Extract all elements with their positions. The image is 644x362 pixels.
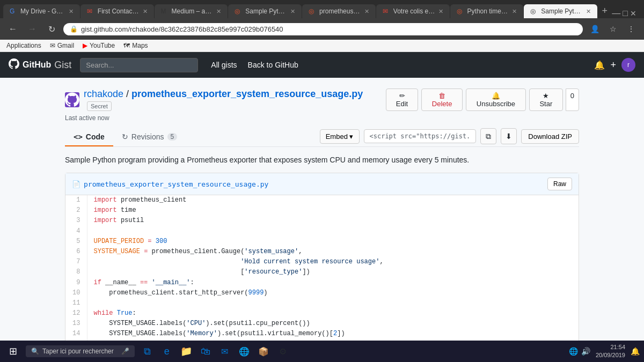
- volume-icon[interactable]: 🔊: [581, 347, 590, 356]
- embed-script-text[interactable]: <script src="https://gist.: [364, 129, 477, 143]
- line-code: [87, 298, 579, 308]
- code-tab-icon: <>: [74, 132, 83, 141]
- taskbar-chrome[interactable]: 🌐: [236, 343, 253, 360]
- edit-button[interactable]: ✏ Edit: [386, 88, 419, 111]
- taskbar-task-view[interactable]: ⧉: [139, 343, 156, 360]
- line-number: 11: [65, 298, 87, 308]
- tab-medium[interactable]: M Medium – a place ✕: [155, 4, 228, 18]
- delete-button[interactable]: 🗑 Delete: [421, 88, 463, 111]
- tab-actions: Embed ▾ <script src="https://gist. ⧉ ⬇ D…: [320, 128, 579, 146]
- line-number: 4: [65, 226, 87, 237]
- raw-button[interactable]: Raw: [547, 178, 572, 190]
- tab-favicon-prometheus-2: ◎: [309, 8, 316, 15]
- taskbar-mail[interactable]: ✉: [216, 343, 233, 360]
- tab-close-btn[interactable]: ✕: [586, 8, 591, 15]
- owner-avatar[interactable]: [65, 92, 79, 107]
- tab-revisions[interactable]: ↻ Revisions 5: [113, 128, 186, 146]
- bookmark-gmail[interactable]: ✉ Gmail: [50, 42, 74, 49]
- taskbar-app-7[interactable]: ⚙: [274, 343, 291, 360]
- download-icon-button[interactable]: ⬇: [501, 128, 517, 144]
- add-icon[interactable]: +: [610, 60, 616, 71]
- tab-sample-python-1[interactable]: ◎ Sample Python pr ✕: [228, 4, 302, 18]
- network-icon[interactable]: 🌐: [569, 347, 578, 356]
- tab-close-btn[interactable]: ✕: [216, 8, 221, 15]
- download-zip-button[interactable]: Download ZIP: [521, 129, 579, 144]
- tab-prometheus-client[interactable]: ◎ prometheus/clien ✕: [302, 4, 376, 18]
- more-button[interactable]: ⋮: [624, 21, 639, 36]
- taskbar: ⊞ 🔍 Taper ici pour rechercher 🎤 ⧉ e 📁 🛍 …: [0, 341, 644, 362]
- notifications-icon[interactable]: 🔔: [594, 60, 605, 70]
- filename-link[interactable]: prometheus_exporter_system_resource_usag…: [131, 88, 363, 99]
- revisions-count-badge: 5: [167, 133, 178, 141]
- gist-title-row: rchakode / prometheus_exporter_system_re…: [65, 88, 579, 111]
- tab-sample-python-active[interactable]: ◎ Sample Python pr ✕: [524, 4, 597, 18]
- close-browser-button[interactable]: ✕: [630, 9, 636, 18]
- back-button[interactable]: ←: [5, 21, 20, 36]
- line-number: 8: [65, 267, 87, 277]
- app-7-icon: ⚙: [279, 346, 287, 357]
- github-search-input[interactable]: [80, 58, 198, 72]
- taskbar-app-6[interactable]: 📦: [255, 343, 272, 360]
- tab-label: First Contact with: [98, 8, 140, 15]
- new-tab-button[interactable]: +: [598, 3, 611, 18]
- tab-python-time-sleep[interactable]: ◎ Python time sleep ✕: [450, 4, 524, 18]
- line-number: 1: [65, 195, 87, 205]
- user-avatar-header[interactable]: r: [621, 58, 635, 72]
- tab-close-btn[interactable]: ✕: [290, 8, 295, 15]
- restore-button[interactable]: □: [623, 9, 628, 18]
- address-text: gist.github.com/rchakode/8c362c23876b82c…: [81, 25, 283, 33]
- unsubscribe-button[interactable]: 🔔 Unsubscribe: [466, 88, 526, 111]
- gist-title: rchakode / prometheus_exporter_system_re…: [84, 88, 382, 111]
- forward-button[interactable]: →: [25, 21, 40, 36]
- all-gists-link[interactable]: All gists: [211, 61, 237, 69]
- back-to-github-link[interactable]: Back to GitHub: [248, 61, 298, 69]
- tab-label: Python time sleep: [467, 8, 509, 15]
- nav-bar: ← → ↻ 🔒 gist.github.com/rchakode/8c362c2…: [0, 18, 644, 40]
- tab-my-drive[interactable]: G My Drive - Google ✕: [3, 4, 80, 18]
- star-button[interactable]: ★ Star: [529, 88, 563, 111]
- notifications-taskbar-icon[interactable]: 🔔: [631, 347, 640, 356]
- tab-close-btn[interactable]: ✕: [69, 8, 74, 15]
- line-number: 3: [65, 216, 87, 226]
- bookmark-applications[interactable]: Applications: [6, 42, 41, 49]
- tab-favicon-gmail: ✉: [87, 8, 94, 15]
- tab-code[interactable]: <> Code: [65, 128, 113, 146]
- tab-favicon-email: ✉: [383, 8, 390, 15]
- reload-button[interactable]: ↻: [44, 21, 59, 36]
- address-bar[interactable]: 🔒 gist.github.com/rchakode/8c362c23876b8…: [63, 23, 583, 35]
- microphone-icon[interactable]: 🎤: [121, 348, 129, 355]
- tab-label: Sample Python pr: [245, 8, 287, 15]
- line-number: 2: [65, 205, 87, 216]
- bookmark-maps[interactable]: 🗺 Maps: [123, 42, 148, 49]
- bookmark-youtube[interactable]: ▶ YouTube: [83, 42, 115, 49]
- line-code: while True:: [87, 308, 579, 319]
- code-file: 📄 prometheus_exporter_system_resource_us…: [65, 173, 579, 350]
- line-number: 7: [65, 257, 87, 267]
- tab-close-btn[interactable]: ✕: [143, 8, 148, 15]
- chrome-icon: 🌐: [239, 346, 250, 357]
- start-button[interactable]: ⊞: [4, 343, 21, 360]
- tab-votre-colis[interactable]: ✉ Votre colis est pré ✕: [376, 4, 450, 18]
- copy-icon-button[interactable]: ⧉: [480, 128, 496, 144]
- taskbar-clock[interactable]: 21:54 20/09/2019: [596, 343, 625, 360]
- taskbar-search[interactable]: 🔍 Taper ici pour rechercher 🎤: [26, 345, 135, 357]
- bookmark-button[interactable]: ☆: [605, 21, 620, 36]
- tab-first-contact[interactable]: ✉ First Contact with ✕: [80, 4, 154, 18]
- profile-button[interactable]: 👤: [587, 21, 602, 36]
- code-filename: 📄 prometheus_exporter_system_resource_us…: [72, 180, 268, 188]
- edge-icon: e: [164, 346, 170, 357]
- tab-close-btn[interactable]: ✕: [364, 8, 369, 15]
- taskbar-edge[interactable]: e: [158, 343, 175, 360]
- app-6-icon: 📦: [258, 346, 269, 357]
- owner-link[interactable]: rchakode: [84, 88, 123, 99]
- table-row: 10 prometheus_client.start_http_server(9…: [65, 288, 579, 298]
- embed-button[interactable]: Embed ▾: [320, 129, 360, 144]
- taskbar-file-explorer[interactable]: 📁: [178, 343, 195, 360]
- tab-close-btn[interactable]: ✕: [438, 8, 443, 15]
- github-logo[interactable]: GitHub Gist: [9, 58, 71, 72]
- tab-close-btn[interactable]: ✕: [512, 8, 517, 15]
- taskbar-store[interactable]: 🛍: [197, 343, 214, 360]
- minimize-button[interactable]: —: [612, 9, 620, 18]
- bookmark-label: Applications: [6, 42, 41, 49]
- table-row: 3 import psutil: [65, 216, 579, 226]
